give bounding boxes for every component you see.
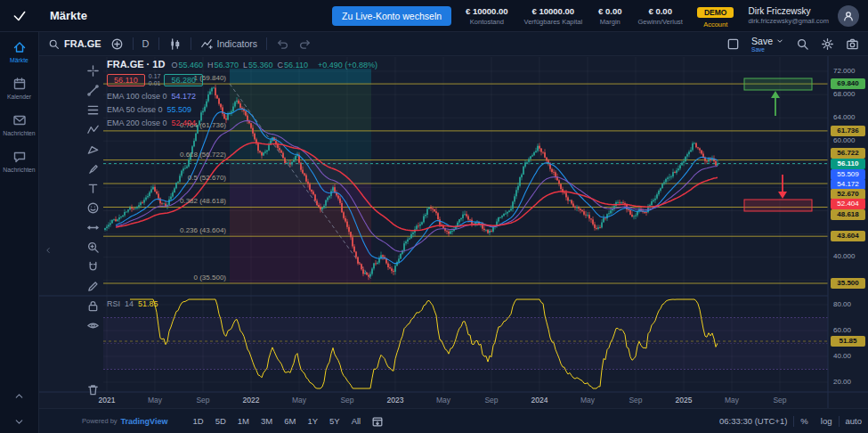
rsi-axis-label: 40.00 (833, 351, 868, 362)
range-button-1y[interactable]: 1Y (307, 416, 318, 426)
range-button-1m[interactable]: 1M (238, 416, 249, 426)
compare-add-icon[interactable] (110, 37, 124, 51)
rsi-axis-label: 20.00 (833, 377, 868, 388)
lock-icon[interactable] (86, 299, 100, 313)
price-axis-label: 56.722 (831, 148, 865, 159)
user-name: Dirk Friczewsky (748, 6, 829, 16)
settings-icon[interactable] (821, 37, 834, 51)
time-axis-label: May (137, 396, 173, 404)
pencil-icon[interactable] (86, 280, 100, 293)
price-axis-label: 72.000 (833, 66, 868, 77)
screenshot-icon[interactable] (846, 37, 859, 51)
magnet-icon[interactable] (86, 260, 100, 274)
sidebar-item-nachrichten[interactable]: Nachrichten (0, 142, 38, 178)
log-scale-button[interactable]: log (821, 416, 832, 426)
interval-button[interactable]: D (142, 38, 150, 49)
mail-icon (12, 113, 27, 127)
account-stat: € 0.00Gewinn/Verlust (638, 6, 683, 26)
chat-icon (12, 150, 27, 164)
range-button-5y[interactable]: 5Y (329, 416, 340, 426)
chart-toolbar: FRA.GE D Indicators Save Save (39, 32, 868, 56)
price-axis-label: 35.500 (831, 278, 865, 289)
symbol-label: FRA.GE (64, 38, 101, 49)
tradingview-link[interactable]: TradingView (121, 417, 168, 426)
time-axis-label: Sep (618, 396, 653, 404)
toolbar-search-icon[interactable] (796, 37, 809, 51)
text-icon[interactable] (86, 182, 100, 195)
chevron-up-icon[interactable] (13, 390, 25, 402)
goto-date-icon[interactable] (371, 415, 384, 428)
time-axis-label: 2022 (233, 396, 269, 404)
price-axis-label: 68.000 (833, 89, 868, 100)
indicator-legend-row[interactable]: EMA 50 close 055.509 (107, 105, 377, 114)
auto-scale-button[interactable]: auto (846, 416, 863, 426)
range-button-5d[interactable]: 5D (215, 416, 226, 426)
time-axis-label: Sep (329, 396, 365, 404)
search-icon (48, 38, 60, 50)
sidebar-item-nachrichten[interactable]: Nachrichten (0, 105, 38, 142)
symbol-title[interactable]: FRA.GE · 1D (107, 59, 165, 69)
trend-line-icon[interactable] (86, 84, 100, 97)
bottom-bar: Powered by TradingView 1D5D1M3M6M1Y5YAll… (39, 408, 868, 433)
emoji-icon[interactable] (86, 201, 100, 215)
zoom-icon[interactable] (86, 241, 100, 254)
symbol-search[interactable]: FRA.GE (48, 38, 101, 50)
chart-style-icon[interactable] (168, 37, 182, 51)
trading-app: FRA.GE · 1D O55.460H56.370L55.360C56.110… (0, 0, 868, 433)
brush-icon[interactable] (86, 162, 100, 176)
sidebar-item-label: Nachrichten (3, 167, 35, 173)
percent-scale-button[interactable]: % (800, 416, 807, 426)
save-button[interactable]: Save Save (751, 36, 784, 53)
account-type: DEMO Account (697, 3, 734, 29)
time-axis-label: May (426, 396, 461, 404)
price-axis-label: 48.618 (831, 209, 865, 220)
time-axis-label: 2023 (377, 396, 413, 404)
rsi-axis-label: 60.00 (833, 325, 868, 336)
top-bar: Märkte Zu Live-Konto wechseln € 10000.00… (0, 0, 868, 32)
range-button-all[interactable]: All (352, 416, 361, 426)
avatar[interactable] (838, 5, 859, 27)
indicators-button[interactable]: Indicators (200, 37, 258, 50)
layout-icon[interactable] (726, 37, 740, 51)
range-button-1d[interactable]: 1D (192, 416, 203, 426)
redo-icon[interactable] (298, 37, 312, 51)
bid-price-box[interactable]: 56.110 (107, 74, 145, 86)
rsi-value: 51.85 (138, 299, 158, 308)
calendar-icon (12, 77, 27, 91)
save-status: Save (751, 46, 784, 53)
caret-down-icon (775, 37, 784, 45)
ask-price-box[interactable]: 56.280 (164, 74, 203, 86)
rsi-title[interactable]: RSI (107, 299, 120, 308)
sidebar-item-märkte[interactable]: Märkte (0, 32, 38, 69)
projection-icon[interactable] (86, 143, 100, 156)
chevron-down-icon[interactable] (13, 416, 25, 428)
time-axis-label: Sep (474, 396, 509, 404)
rsi-value-label: 51.85 (831, 336, 865, 347)
ruler-icon[interactable] (86, 221, 100, 234)
undo-icon[interactable] (276, 37, 289, 51)
pattern-icon[interactable] (86, 123, 100, 136)
trash-icon[interactable] (86, 383, 100, 396)
range-button-6m[interactable]: 6M (284, 416, 296, 426)
spread-readout: 0.17 0.01 (149, 73, 161, 87)
person-icon (842, 10, 855, 22)
range-button-3m[interactable]: 3M (261, 416, 272, 426)
price-axis-label: 69.840 (831, 78, 865, 89)
indicator-legend-row[interactable]: EMA 100 close 054.172 (107, 92, 377, 101)
last-price-label: 56.110 (831, 159, 865, 169)
sidebar-item-kalender[interactable]: Kalender (0, 69, 38, 105)
panel-collapse-handle[interactable] (44, 242, 53, 262)
account-stats: € 10000.00Kontostand€ 10000.00Verfügbare… (466, 6, 683, 26)
app-logo[interactable] (0, 0, 39, 32)
fib-level-label: 0.618 (56.722) (94, 151, 226, 159)
user-menu[interactable]: Dirk Friczewsky dirk.friczewsky@gmail.co… (748, 6, 829, 25)
switch-live-account-button[interactable]: Zu Live-Konto wechseln (332, 6, 451, 26)
fib-retracement-icon[interactable] (86, 103, 100, 117)
eye-icon[interactable] (86, 319, 100, 332)
time-axis-label: May (714, 396, 750, 404)
price-axis-label: 43.604 (831, 231, 865, 241)
crosshair-icon[interactable] (86, 64, 100, 78)
indicator-legend-row[interactable]: EMA 200 close 052.404 (107, 118, 377, 127)
logo-check-icon (12, 8, 28, 24)
clock[interactable]: 06:33:30 (UTC+1) (719, 416, 787, 426)
